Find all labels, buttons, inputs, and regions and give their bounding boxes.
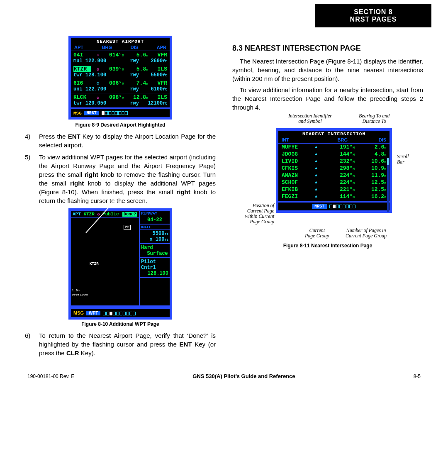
rwy-label: rwy: [118, 58, 139, 64]
figure-8-10-screen: APT KTZR ✪ Public Done? 22 KTZR 1.0nover…: [68, 208, 172, 308]
figure-8-9-caption: Figure 8-9 Desired Airport Highlighted: [25, 122, 216, 128]
frequency-value: mul 122.900: [73, 58, 115, 64]
airport-ident: KTZR: [83, 212, 94, 217]
footer-page-number: 8-5: [414, 373, 421, 379]
section-header-tab: SECTION 8 NRST PAGES: [315, 4, 431, 27]
bearing-value: 039°M: [105, 66, 124, 72]
airport-id: 04I: [73, 52, 91, 58]
airport-row: KLCK✪098°M12.8nILStwr 120.050rwy12100ft: [71, 93, 170, 107]
distance-value: 12.8n: [128, 94, 148, 100]
intersection-id: JDOGG: [282, 151, 306, 157]
footer-document-number: 190-00181-00 Rev. E: [27, 373, 74, 379]
intersection-symbol-icon: ▲: [315, 187, 321, 192]
intersection-row: JDOGG▲144°M4.8n: [278, 151, 390, 158]
scrollbar: [387, 158, 389, 212]
bearing-value: 232°M: [330, 158, 355, 164]
step-text: To view additional WPT pages for the sel…: [39, 153, 216, 205]
page-group-label: NRST: [312, 204, 327, 209]
annotation-num-pages: Number of Pages inCurrent Page Group: [346, 228, 387, 239]
page-footer: 190-00181-00 Rev. E GNS 530(A) Pilot’s G…: [25, 373, 423, 379]
approach-value: ILS: [152, 94, 167, 100]
step-text: To return to the Nearest Airport Page, v…: [39, 331, 216, 357]
annotation-current-page-group: CurrentPage Group: [305, 228, 329, 239]
apt-label: APT: [73, 212, 81, 217]
instruction-step: 5)To view additional WPT pages for the s…: [25, 153, 216, 205]
bearing-value: 098°M: [105, 94, 124, 100]
fig810-footer: MSG WPT: [68, 308, 172, 320]
intersection-id: CFKIS: [282, 165, 306, 171]
page-indicator: [103, 310, 136, 316]
distance-value: 5.8n: [128, 66, 148, 72]
figure-8-10-caption: Figure 8-10 Additional WPT Page: [25, 321, 216, 327]
intersection-symbol-icon: ▲: [315, 173, 321, 178]
distance-value: 7.4n: [128, 80, 148, 86]
column-headers: INT BRG DIS: [278, 137, 390, 144]
distance-value: 16.2n: [364, 193, 386, 200]
intersection-row: SCHOF▲224°M12.5n: [278, 179, 390, 186]
intersection-id: MUFYE: [282, 144, 306, 150]
section-name: NRST PAGES: [328, 16, 419, 23]
airport-list: 04I○014°M5.6nVFRmul 122.900rwy2600ftKTZR…: [71, 51, 170, 107]
bearing-value: 224°M: [330, 172, 355, 178]
airport-id: KTZR: [73, 66, 91, 72]
bearing-value: 114°M: [330, 193, 355, 200]
bearing-value: 144°M: [330, 151, 355, 157]
info-section-label: INFO: [140, 225, 170, 230]
bearing-value: 006°M: [105, 80, 124, 86]
frequency-value: twr 120.050: [73, 100, 115, 106]
column-headers: APT BRG DIS APR: [71, 45, 170, 51]
distance-value: 12.5n: [364, 179, 386, 186]
runway-length: 2600ft: [142, 58, 167, 64]
airport-type: Public: [102, 212, 119, 217]
bearing-value: 014°M: [105, 52, 124, 58]
airport-row: KTZR✪039°M5.8nILStwr 128.100rwy5500ft: [71, 65, 170, 79]
step-text: Press the ENT Key to display the Airport…: [39, 132, 216, 149]
airport-id: KLCK: [73, 94, 91, 100]
frequency-value: uni 122.700: [73, 86, 115, 92]
lighting-freq: Pilot Cntrl128.100: [140, 258, 170, 278]
bearing-value: 224°M: [330, 179, 355, 186]
bearing-value: 191°M: [330, 144, 355, 150]
figure-8-11-caption: Figure 8-11 Nearest Intersection Page: [232, 243, 423, 249]
distance-value: 10.9n: [364, 165, 386, 171]
step-number: 6): [25, 331, 39, 357]
body-paragraph: The Nearest Intersection Page (Figure 8-…: [232, 57, 423, 83]
done-prompt: Done?: [122, 212, 137, 217]
msg-annunciator: MSG: [73, 111, 82, 116]
footer-title: GNS 530(A) Pilot’s Guide and Reference: [192, 373, 295, 379]
section-8-3-title: 8.3 NEAREST INTERSECTION PAGE: [232, 44, 423, 53]
rwy-label: rwy: [118, 86, 139, 92]
body-paragraph: To view additional information for a nea…: [232, 85, 423, 112]
runway-map: 22 KTZR 1.0noverzoom: [71, 218, 139, 297]
distance-value: 11.9n: [364, 172, 386, 178]
intersection-id: SCHOF: [282, 179, 306, 186]
zoom-indicator: 1.0noverzoom: [72, 288, 88, 296]
runway-dimensions: 5500ftx 100ft: [140, 230, 170, 244]
intersection-id: LIVID: [282, 158, 306, 164]
intersection-symbol-icon: ▲: [315, 180, 321, 185]
figure-8-9-screen: NEAREST AIRPORT APT BRG DIS APR 04I○014°…: [68, 36, 172, 120]
bearing-value: 298°M: [330, 165, 355, 171]
runway-length: 6100ft: [142, 86, 167, 92]
airport-row: 04I○014°M5.6nVFRmul 122.900rwy2600ft: [71, 51, 170, 65]
runway-value: 04-22: [140, 216, 170, 225]
airport-id: 6I6: [73, 80, 91, 86]
airport-row: 6I6⊖006°M7.4nVFRuni 122.700rwy6100ft: [71, 79, 170, 93]
map-identifier: KTZR: [90, 262, 99, 266]
runway-length: 12100ft: [142, 100, 167, 106]
airport-symbol-icon: ○: [95, 53, 101, 57]
intersection-symbol-icon: ▲: [315, 159, 321, 164]
distance-value: 10.6n: [364, 158, 386, 164]
frequency-value: twr 128.100: [73, 72, 115, 78]
screen-footer: MSG NRST: [71, 107, 170, 117]
distance-value: 4.8n: [364, 151, 386, 157]
intersection-row: CFKIS▲298°M10.9n: [278, 165, 390, 172]
step-number: 5): [25, 153, 39, 205]
intersection-symbol-icon: ▲: [315, 145, 321, 149]
annotation-page-position: Position ofCurrent Pagewithin CurrentPag…: [237, 203, 274, 225]
rwy-label: rwy: [118, 72, 139, 78]
approach-value: ILS: [152, 66, 167, 72]
distance-value: 5.6n: [128, 52, 148, 58]
intersection-id: AMAZN: [282, 172, 306, 178]
screen-title: NEAREST INTERSECTION: [278, 131, 390, 137]
